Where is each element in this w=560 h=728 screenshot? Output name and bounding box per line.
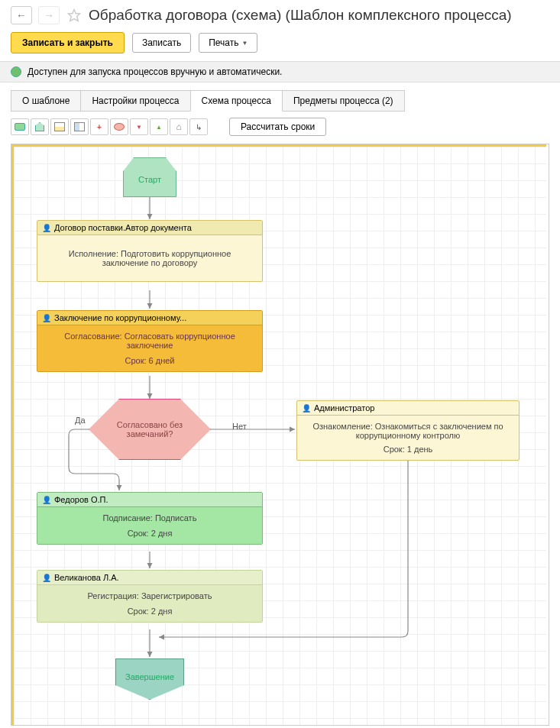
task-block-1-header-text: Договор поставки.Автор документа [54, 223, 192, 232]
task-block-4[interactable]: Великанова Л.А. Регистрация: Зарегистрир… [37, 570, 263, 623]
admin-block-header-text: Администратор [314, 403, 374, 413]
user-icon [302, 403, 311, 413]
end-label: Завершение [125, 672, 174, 681]
task-block-1-header: Договор поставки.Автор документа [37, 221, 262, 235]
page-title: Обработка договора (схема) (Шаблон компл… [89, 7, 512, 24]
nav-back-button[interactable]: ← [11, 6, 32, 24]
task-block-3-line2: Срок: 2 дня [45, 529, 254, 538]
shape-tri-up-button[interactable] [150, 118, 168, 135]
nav-forward-button[interactable]: → [38, 6, 60, 24]
task-block-4-header-text: Великанова Л.А. [54, 573, 119, 582]
task-block-2-line1: Согласование: Согласовать коррупционное … [45, 332, 254, 350]
task-block-4-header: Великанова Л.А. [37, 571, 262, 585]
task-block-1-body: Исполнение: Подготовить коррупционное за… [37, 235, 262, 281]
shape-rect-button[interactable] [11, 118, 29, 135]
svg-marker-0 [69, 10, 80, 21]
flow-canvas[interactable]: Старт Договор поставки.Автор документа И… [11, 144, 546, 725]
decision-shape: Согласовано без замечаний? [89, 399, 211, 460]
status-text: Доступен для запуска процессов вручную и… [28, 66, 282, 77]
task-block-3-header: Федоров О.П. [37, 493, 262, 507]
end-node[interactable]: Завершение [115, 658, 184, 700]
task-block-3-header-text: Федоров О.П. [54, 495, 108, 504]
admin-block-line1: Ознакомление: Ознакомиться с заключением… [305, 422, 511, 440]
task-block-3[interactable]: Федоров О.П. Подписание: Подписать Срок:… [37, 492, 263, 545]
decision-text: Согласовано без замечаний? [105, 420, 195, 438]
shape-start-button[interactable] [31, 118, 49, 135]
user-icon [42, 223, 51, 232]
tab-about[interactable]: О шаблоне [11, 90, 81, 112]
task-block-2-body: Согласование: Согласовать коррупционное … [37, 325, 262, 371]
tab-settings[interactable]: Настройки процесса [80, 90, 190, 112]
admin-block-body: Ознакомление: Ознакомиться с заключением… [297, 416, 519, 460]
chevron-down-icon: ▼ [242, 40, 248, 47]
decision-no-label: Нет [232, 422, 247, 431]
user-icon [42, 313, 51, 322]
decision-node[interactable]: Согласовано без замечаний? [89, 399, 211, 460]
user-icon [42, 573, 51, 582]
shape-split-h-button[interactable] [50, 118, 69, 135]
favorite-star-icon[interactable] [66, 7, 83, 24]
shape-add-button[interactable] [90, 118, 108, 135]
task-block-2[interactable]: Заключение по коррупционному... Согласов… [37, 310, 263, 372]
shape-ellipse-button[interactable] [110, 118, 128, 135]
start-label: Старт [138, 175, 161, 184]
task-block-2-header-text: Заключение по коррупционному... [54, 313, 186, 322]
task-block-4-line2: Срок: 2 дня [45, 607, 254, 616]
task-block-3-body: Подписание: Подписать Срок: 2 дня [37, 507, 262, 544]
status-bar: Доступен для запуска процессов вручную и… [0, 61, 560, 83]
task-block-4-body: Регистрация: Зарегистрировать Срок: 2 дн… [37, 585, 262, 622]
shape-split-v-button[interactable] [70, 118, 89, 135]
tab-schema[interactable]: Схема процесса [190, 90, 283, 112]
status-indicator-icon [11, 66, 21, 77]
print-label: Печать [209, 37, 238, 48]
task-block-3-line1: Подписание: Подписать [45, 513, 254, 523]
task-block-2-header: Заключение по коррупционному... [37, 311, 262, 325]
task-block-2-line2: Срок: 6 дней [45, 356, 254, 365]
task-block-1[interactable]: Договор поставки.Автор документа Исполне… [37, 220, 263, 282]
save-button[interactable]: Записать [132, 33, 191, 53]
calc-dates-button[interactable]: Рассчитать сроки [229, 118, 326, 136]
decision-yes-label: Да [75, 416, 86, 425]
save-close-button[interactable]: Записать и закрыть [11, 32, 125, 53]
admin-block-header: Администратор [297, 401, 519, 416]
user-icon [42, 495, 51, 504]
admin-block-line2: Срок: 1 день [305, 445, 511, 454]
tab-subjects[interactable]: Предметы процесса (2) [282, 90, 405, 112]
shape-tri-down-button[interactable] [130, 118, 148, 135]
shape-home-button[interactable] [170, 118, 188, 135]
shape-connector-button[interactable] [189, 118, 208, 135]
admin-block[interactable]: Администратор Ознакомление: Ознакомиться… [296, 400, 520, 461]
print-button[interactable]: Печать ▼ [199, 33, 257, 53]
task-block-4-line1: Регистрация: Зарегистрировать [45, 591, 254, 600]
start-node[interactable]: Старт [123, 157, 176, 197]
